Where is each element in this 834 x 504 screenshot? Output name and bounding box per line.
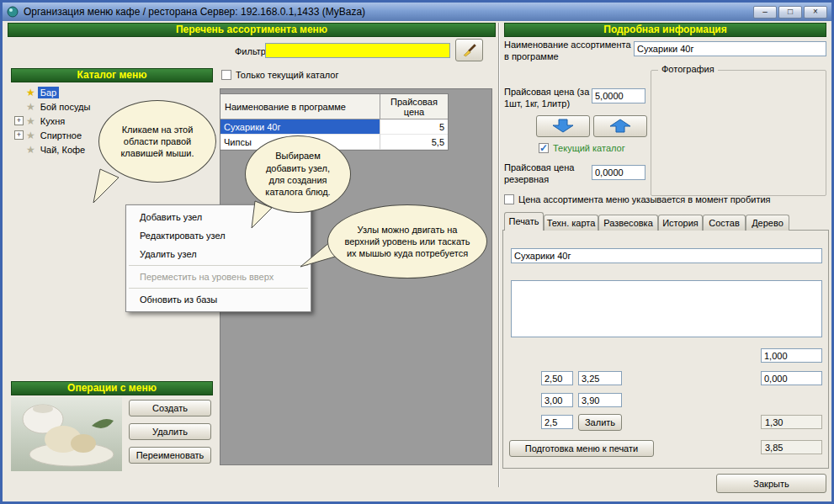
- star-icon: ★: [26, 88, 35, 98]
- close-dialog-button[interactable]: Закрыть: [716, 474, 826, 493]
- tab-tree[interactable]: Дерево: [746, 215, 789, 231]
- window-title: Организация меню кафе / ресторана Сервер…: [24, 6, 748, 18]
- tab-composition[interactable]: Состав: [703, 215, 746, 231]
- min-input-1[interactable]: [541, 371, 573, 385]
- program-name-input[interactable]: [634, 41, 826, 56]
- brush-icon: [462, 43, 477, 58]
- filter-input[interactable]: [265, 43, 450, 58]
- callout-tail: [90, 167, 120, 204]
- assortment-list-header: Перечень ассортимента меню: [8, 23, 496, 37]
- checkbox-label: Цена ассортимента меню указывается в мом…: [518, 194, 771, 204]
- menu-item-delete-node[interactable]: Удалить узел: [126, 245, 311, 263]
- star-icon: ★: [26, 102, 35, 112]
- star-icon: ★: [26, 145, 35, 155]
- context-menu: Добавить узел Редактировать узел Удалить…: [125, 204, 311, 312]
- create-button[interactable]: Создать: [129, 400, 211, 416]
- current-catalog-checkbox[interactable]: Текущий каталог: [539, 143, 625, 153]
- second-weight-input[interactable]: [761, 371, 822, 385]
- min-input-2[interactable]: [578, 371, 622, 385]
- table-row-price[interactable]: 5,5: [380, 135, 448, 150]
- app-window: Организация меню кафе / ресторана Сервер…: [0, 0, 834, 504]
- window-controls: – □ ×: [753, 6, 827, 19]
- titlebar: Организация меню кафе / ресторана Сервер…: [3, 3, 831, 21]
- tab-tech-card[interactable]: Техн. карта: [544, 215, 598, 231]
- prepare-print-button[interactable]: Подготовка меню к печати: [509, 440, 654, 457]
- rename-button[interactable]: Переименовать: [129, 447, 211, 464]
- clear-filter-button[interactable]: [455, 39, 483, 61]
- checkbox-icon: [539, 143, 549, 153]
- table-row-price[interactable]: 5: [380, 119, 448, 135]
- fill-button[interactable]: Залить: [578, 414, 622, 431]
- minimize-icon: –: [762, 8, 768, 16]
- current-markup-value: 3,85: [761, 440, 822, 454]
- description-textarea[interactable]: [511, 280, 822, 337]
- tab-history[interactable]: История: [658, 215, 703, 231]
- checkbox-icon: [504, 194, 514, 204]
- tree-item-label: Бар: [38, 87, 59, 98]
- reserve-price-label: Прайсовая цена резервная: [504, 162, 588, 186]
- close-button[interactable]: ×: [804, 6, 827, 19]
- assortment-table: Наименование в программе Прайсовая цена …: [220, 93, 449, 151]
- maximize-icon: □: [788, 8, 793, 16]
- callout-bubble-drag-nodes: Узлы можно двигать на верхний уровень ил…: [327, 204, 487, 279]
- column-header-price[interactable]: Прайсовая цена: [380, 94, 448, 119]
- tree-item-spirtnoe[interactable]: + ★ Спиртное: [14, 128, 84, 142]
- photo-groupbox: Фотография: [651, 70, 826, 196]
- tree-item-label: Кухня: [38, 115, 67, 127]
- menu-item-edit-node[interactable]: Редактировать узел: [126, 226, 311, 245]
- star-icon: ★: [26, 130, 35, 141]
- program-name-label: Наименование ассортимента в программе: [504, 40, 632, 63]
- delete-button[interactable]: Удалить: [129, 423, 211, 440]
- price-input[interactable]: [592, 88, 645, 103]
- expand-icon[interactable]: +: [14, 116, 24, 125]
- weight-input[interactable]: [761, 348, 822, 363]
- move-up-button[interactable]: [593, 115, 647, 137]
- panel-divider: [498, 23, 500, 487]
- tree-item-bar[interactable]: ★ Бар: [14, 85, 59, 99]
- checkbox-icon: [221, 70, 231, 80]
- checkbox-label: Текущий каталог: [553, 143, 625, 153]
- menu-name-input[interactable]: [511, 248, 822, 263]
- max-input-1[interactable]: [541, 393, 573, 407]
- price-at-sale-checkbox[interactable]: Цена ассортимента меню указывается в мом…: [504, 194, 771, 204]
- star-icon: ★: [26, 116, 35, 126]
- coef-input[interactable]: [541, 415, 573, 429]
- cost-value: 1,30: [761, 415, 822, 429]
- tree-item-kuhnya[interactable]: + ★ Кухня: [14, 114, 67, 128]
- tree-item-label: Бой посуды: [38, 101, 93, 113]
- arrow-up-icon: [605, 119, 635, 134]
- tab-weighing[interactable]: Развесовка: [598, 215, 658, 231]
- menu-separator: [129, 265, 308, 266]
- callout-bubble-add-node: Выбираем добавить узел, для создания кат…: [245, 135, 351, 213]
- column-header-name[interactable]: Наименование в программе: [220, 94, 380, 119]
- callout-bubble-right-click: Кликаем на этой области правой клавишей …: [98, 100, 216, 183]
- detail-header: Подробная информация: [504, 23, 826, 37]
- only-current-catalog-checkbox[interactable]: Только текущий каталог: [221, 70, 339, 80]
- table-row-name[interactable]: Сухарики 40г: [220, 119, 380, 135]
- maximize-button[interactable]: □: [778, 6, 802, 19]
- checkbox-label: Только текущий каталог: [236, 70, 339, 80]
- menu-item-move-up-level[interactable]: Переместить на уровень вверх: [126, 268, 311, 286]
- filter-label: Фильтр: [235, 46, 266, 58]
- food-photo: [11, 397, 122, 471]
- expand-icon[interactable]: +: [14, 130, 24, 140]
- move-down-button[interactable]: [536, 115, 590, 137]
- tree-item-label: Чай, Кофе: [38, 144, 88, 156]
- price-label: Прайсовая цена (за 1шт, 1кг, 1литр): [504, 87, 592, 110]
- arrow-down-icon: [548, 119, 578, 134]
- app-icon: [7, 6, 19, 18]
- max-input-2[interactable]: [578, 393, 622, 407]
- tab-print[interactable]: Печать: [504, 212, 544, 231]
- reserve-price-input[interactable]: [592, 165, 645, 180]
- minimize-button[interactable]: –: [753, 6, 777, 19]
- tree-item-label: Спиртное: [38, 130, 84, 141]
- catalog-header: Каталог меню: [11, 68, 213, 82]
- menu-separator: [129, 288, 308, 289]
- close-icon: ×: [813, 8, 818, 16]
- operations-header: Операции с меню: [11, 381, 213, 395]
- photo-group-label: Фотография: [658, 64, 718, 74]
- menu-item-refresh-from-db[interactable]: Обновить из базы: [126, 290, 311, 309]
- tree-item-chay-kofe[interactable]: ★ Чай, Кофе: [14, 142, 88, 157]
- tree-item-boy-posudy[interactable]: ★ Бой посуды: [14, 99, 93, 114]
